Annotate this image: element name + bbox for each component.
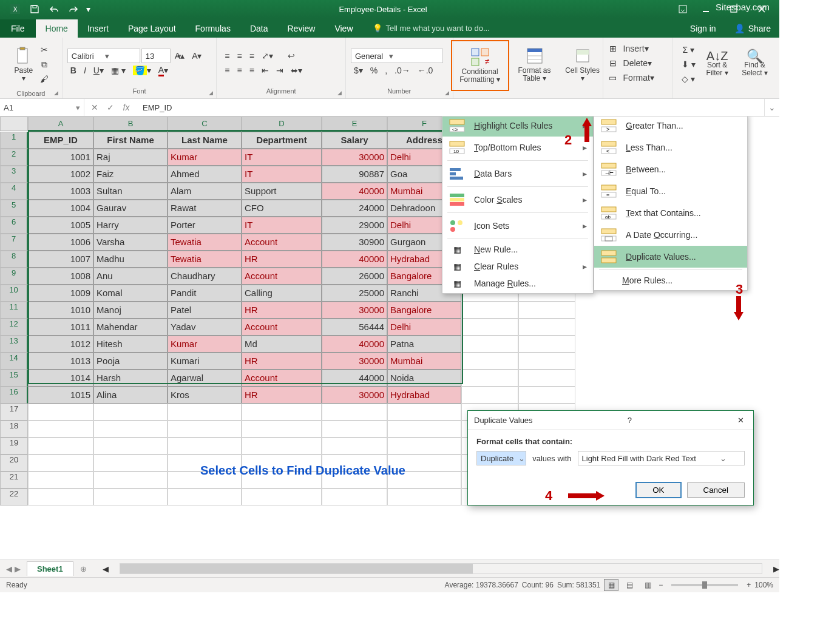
row-header[interactable]: 5: [0, 200, 28, 217]
cell[interactable]: [518, 336, 575, 353]
cell[interactable]: 1013: [28, 353, 93, 370]
cell[interactable]: Hitesh: [93, 336, 168, 353]
cell[interactable]: Chaudhary: [168, 268, 242, 285]
cell[interactable]: Anu: [93, 268, 168, 285]
submenu-greater-than[interactable]: >Greater Than...: [594, 117, 747, 137]
row-header[interactable]: 17: [0, 404, 28, 421]
page-break-view-icon[interactable]: ▥: [640, 579, 655, 591]
cell[interactable]: [93, 421, 168, 438]
cell[interactable]: 30900: [322, 234, 387, 251]
conditional-formatting-button[interactable]: ≠Conditional Formatting ▾: [451, 40, 509, 91]
orientation-icon[interactable]: ⤢▾: [259, 49, 276, 63]
dialog-launcher-icon[interactable]: ◢: [52, 89, 61, 97]
cell[interactable]: Faiz: [93, 166, 168, 183]
cell[interactable]: 1002: [28, 166, 93, 183]
cell[interactable]: Account: [242, 234, 322, 251]
percent-format-icon[interactable]: %: [367, 63, 381, 78]
cell[interactable]: Kumar: [168, 336, 242, 353]
row-header[interactable]: 7: [0, 234, 28, 251]
cell[interactable]: 1009: [28, 285, 93, 302]
menu-clear-rules[interactable]: ▦Clear Rules▸: [442, 258, 593, 275]
save-icon[interactable]: [25, 1, 44, 17]
align-middle-icon[interactable]: ≡: [234, 49, 245, 63]
decrease-indent-icon[interactable]: ⇤: [259, 63, 272, 78]
cell[interactable]: HR: [242, 251, 322, 268]
cell[interactable]: Account: [242, 268, 322, 285]
cell[interactable]: [518, 370, 575, 387]
cell[interactable]: [322, 489, 387, 506]
cell[interactable]: 90887: [322, 166, 387, 183]
qat-customize-icon[interactable]: ▾: [84, 1, 92, 17]
delete-cells-button[interactable]: Delete ▾: [620, 56, 655, 70]
cell[interactable]: [518, 319, 575, 336]
dialog-close-icon[interactable]: ✕: [735, 416, 747, 425]
cell[interactable]: [242, 404, 322, 421]
cell[interactable]: Manoj: [93, 302, 168, 319]
tab-nav-next-icon[interactable]: ▶: [15, 564, 21, 573]
header-cell[interactable]: First Name: [93, 132, 168, 149]
tab-insert[interactable]: Insert: [78, 19, 118, 38]
insert-cells-button[interactable]: Insert ▾: [620, 41, 652, 56]
cell[interactable]: [461, 370, 518, 387]
cell[interactable]: Harsh: [93, 370, 168, 387]
cell[interactable]: Gaurav: [93, 200, 168, 217]
dialog-launcher-icon[interactable]: ◢: [206, 89, 215, 97]
tab-home[interactable]: Home: [36, 19, 78, 38]
row-header[interactable]: 16: [0, 387, 28, 404]
row-header[interactable]: 22: [0, 489, 28, 506]
zoom-in-button[interactable]: +: [747, 581, 751, 589]
accounting-format-icon[interactable]: $▾: [351, 63, 366, 78]
new-sheet-button[interactable]: ⊕: [77, 564, 90, 573]
row-header[interactable]: 10: [0, 285, 28, 302]
cell[interactable]: Alam: [168, 183, 242, 200]
share-button[interactable]: 👤Share: [726, 19, 779, 38]
menu-top-bottom-rules[interactable]: 10Top/Bottom Rules▸: [442, 137, 593, 158]
column-header[interactable]: E: [322, 117, 387, 132]
cell[interactable]: Tewatia: [168, 251, 242, 268]
cell[interactable]: [518, 353, 575, 370]
header-cell[interactable]: Last Name: [168, 132, 242, 149]
cell[interactable]: Pooja: [93, 353, 168, 370]
cell[interactable]: 1005: [28, 217, 93, 234]
normal-view-icon[interactable]: ▦: [604, 579, 618, 591]
format-painter-button[interactable]: 🖌: [37, 72, 52, 86]
tab-nav-prev-icon[interactable]: ◀: [6, 564, 12, 573]
maximize-button[interactable]: [720, 1, 748, 18]
cell[interactable]: Hydrabad: [387, 387, 461, 404]
submenu-text-contains[interactable]: abText that Contains...: [594, 202, 747, 224]
cell[interactable]: [322, 438, 387, 455]
row-header[interactable]: 21: [0, 472, 28, 489]
cell[interactable]: 1015: [28, 387, 93, 404]
cell[interactable]: [28, 489, 93, 506]
cancel-button[interactable]: Cancel: [687, 482, 745, 498]
cell[interactable]: 1008: [28, 268, 93, 285]
cell[interactable]: 29000: [322, 217, 387, 234]
cell[interactable]: IT: [242, 166, 322, 183]
cell[interactable]: 1010: [28, 302, 93, 319]
row-header[interactable]: 2: [0, 149, 28, 166]
row-header[interactable]: 15: [0, 370, 28, 387]
submenu-date-occurring[interactable]: A Date Occurring...: [594, 224, 747, 246]
ribbon-options-icon[interactable]: [674, 1, 692, 18]
cell[interactable]: Raj: [93, 149, 168, 166]
column-header[interactable]: A: [28, 117, 93, 132]
fill-button[interactable]: ⬇ ▾: [679, 57, 699, 72]
cell[interactable]: [387, 404, 461, 421]
tab-formulas[interactable]: Formulas: [186, 19, 240, 38]
clear-button[interactable]: ◇ ▾: [679, 72, 699, 86]
fx-icon[interactable]: fx: [121, 103, 132, 112]
fill-color-button[interactable]: 🪣▾: [130, 63, 154, 78]
row-header[interactable]: 3: [0, 166, 28, 183]
cell[interactable]: Delhi: [387, 319, 461, 336]
cell[interactable]: Tewatia: [168, 234, 242, 251]
cell[interactable]: [322, 421, 387, 438]
menu-manage-rules[interactable]: ▦Manage Rules...: [442, 275, 593, 292]
format-cells-button[interactable]: Format ▾: [620, 70, 657, 85]
cell[interactable]: [93, 455, 168, 472]
cell[interactable]: 24000: [322, 200, 387, 217]
row-header[interactable]: 6: [0, 217, 28, 234]
cell[interactable]: Madhu: [93, 251, 168, 268]
cell-styles-button[interactable]: Cell Styles ▾: [560, 40, 605, 89]
column-header[interactable]: B: [93, 117, 168, 132]
autosum-button[interactable]: Σ ▾: [679, 42, 699, 57]
